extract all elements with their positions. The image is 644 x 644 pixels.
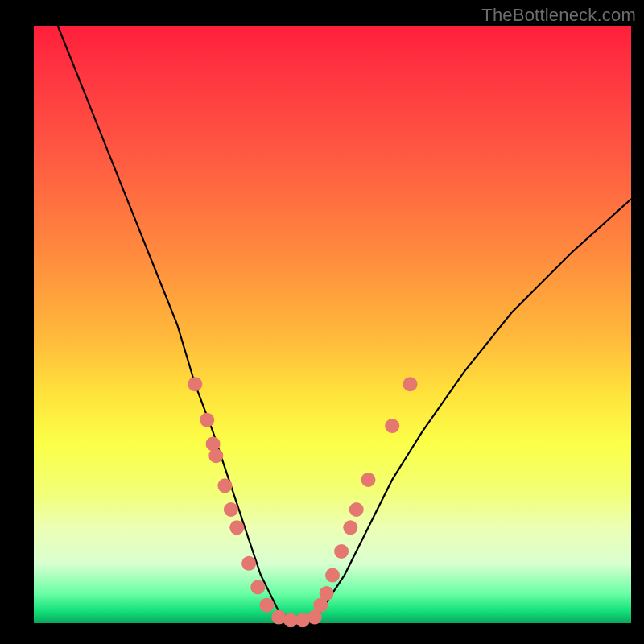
curve-marker [242,556,256,571]
curve-svg [34,26,631,623]
curve-marker [349,502,364,517]
chart-frame: TheBottleneck.com [0,0,644,644]
curve-marker [385,419,399,433]
curve-marker [361,473,376,487]
curve-marker [334,544,349,559]
curve-marker [259,598,274,613]
plot-area [34,26,631,623]
curve-marker [325,568,340,583]
curve-marker [217,478,232,493]
curve-marker [200,413,214,427]
bottleneck-curve [58,26,631,623]
curve-marker [250,580,265,595]
curve-marker [343,520,357,535]
curve-marker [188,377,202,391]
curve-marker [224,502,238,517]
curve-marker [208,448,223,463]
curve-marker [320,586,334,601]
watermark-text: TheBottleneck.com [481,5,636,26]
curve-marker [403,377,418,391]
curve-markers [188,377,417,627]
curve-marker [229,520,244,535]
